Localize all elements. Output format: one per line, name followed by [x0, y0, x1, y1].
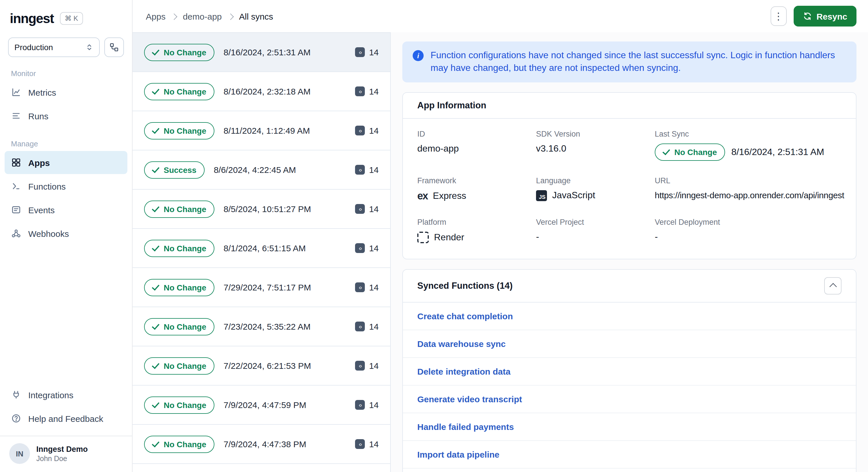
field-value: - [536, 232, 655, 242]
sync-status-badge: No Change [144, 318, 214, 335]
sync-status-label: No Change [164, 400, 206, 409]
function-link[interactable]: Generate video transcript [403, 385, 856, 413]
function-link[interactable]: Delete integration data [403, 358, 856, 385]
sidebar-item-integrations[interactable]: Integrations [5, 383, 127, 406]
sidebar-item-apps[interactable]: Apps [5, 151, 127, 174]
sync-count-value: 14 [369, 47, 379, 57]
sync-count-value: 14 [369, 361, 379, 371]
chevron-right-icon [171, 13, 178, 20]
sync-count-value: 14 [369, 126, 379, 135]
sync-status-label: No Change [164, 322, 206, 331]
sync-row[interactable]: No Change 7/9/2024, 4:09:07 PM ‹›14 [132, 464, 390, 472]
sidebar-item-events[interactable]: Events [5, 198, 127, 221]
events-icon [11, 204, 21, 215]
sync-timestamp: 7/9/2024, 4:47:59 PM [224, 400, 306, 410]
sync-row[interactable]: No Change 7/9/2024, 4:47:59 PM ‹›14 [132, 385, 390, 425]
field-vercel-project: Vercel Project - [536, 218, 655, 243]
sidebar-item-label: Events [28, 205, 55, 215]
sync-function-count: ‹›14 [355, 361, 379, 371]
sync-status-label: No Change [164, 283, 206, 292]
select-chevrons-icon [85, 43, 93, 51]
chevron-up-icon [829, 283, 836, 290]
sync-status-badge: No Change [144, 122, 214, 139]
sidebar-item-label: Help and Feedback [28, 413, 103, 423]
function-link[interactable]: Handle failed payments [403, 413, 856, 441]
sidebar-item-metrics[interactable]: Metrics [5, 81, 127, 104]
sync-row[interactable]: No Change 8/16/2024, 2:51:31 AM ‹›14 [132, 33, 390, 72]
field-id: ID demo-app [417, 130, 536, 161]
synced-functions-card: Synced Functions (14) Create chat comple… [402, 269, 857, 472]
sidebar-item-help-and-feedback[interactable]: Help and Feedback [5, 407, 127, 430]
user-meta: Inngest Demo John Doe [36, 445, 88, 463]
sidebar-item-runs[interactable]: Runs [5, 104, 127, 127]
sync-count-value: 14 [369, 322, 379, 332]
section-label-manage: Manage [0, 139, 132, 148]
app-information-card: App Information ID demo-app SDK Version … [402, 92, 857, 259]
sync-status-badge: No Change [144, 396, 214, 413]
function-count-icon: ‹› [355, 243, 365, 253]
field-last-sync: Last Sync No Change 8/16/2024, 2:51:31 A… [655, 130, 844, 161]
function-link[interactable]: Import data pipeline [403, 441, 856, 469]
sync-row[interactable]: No Change 7/22/2024, 6:21:53 PM ‹›14 [132, 346, 390, 385]
sync-row[interactable]: No Change 8/5/2024, 10:51:27 PM ‹›14 [132, 190, 390, 229]
sync-row[interactable]: No Change 7/29/2024, 7:51:17 PM ‹›14 [132, 268, 390, 307]
sidebar-item-label: Webhooks [28, 228, 69, 238]
sync-status-label: No Change [164, 126, 206, 135]
sync-history-list: No Change 8/16/2024, 2:51:31 AM ‹›14 No … [132, 32, 391, 472]
sync-status-badge: No Change [144, 83, 214, 100]
field-value: Render [417, 232, 536, 243]
field-value: v3.16.0 [536, 144, 655, 154]
function-count-icon: ‹› [355, 47, 365, 57]
breadcrumb-demo-app[interactable]: demo-app [183, 11, 222, 21]
sync-function-count: ‹›14 [355, 400, 379, 410]
field-value: - [655, 232, 844, 242]
sync-row[interactable]: No Change 8/11/2024, 1:12:49 AM ‹›14 [132, 111, 390, 150]
topbar-actions: ⋮ Resync [770, 6, 857, 27]
sync-row[interactable]: No Change 8/1/2024, 6:51:15 AM ‹›14 [132, 229, 390, 268]
sidebar-item-label: Metrics [28, 87, 56, 97]
check-icon [152, 126, 159, 133]
sync-status-badge: No Change [144, 240, 214, 257]
environment-select-value: Production [14, 43, 53, 52]
field-language: Language JS JavaScript [536, 176, 655, 202]
check-icon [152, 87, 159, 94]
sync-timestamp: 8/16/2024, 2:51:31 AM [224, 47, 311, 57]
environment-settings-button[interactable] [104, 37, 124, 57]
platform-value: Render [434, 232, 464, 243]
sidebar-footer: Integrations Help and Feedback IN Innges… [0, 383, 132, 472]
field-platform: Platform Render [417, 218, 536, 243]
field-label: Platform [417, 218, 536, 226]
sync-row[interactable]: Success 8/6/2024, 4:22:45 AM ‹›14 [132, 150, 390, 190]
environment-select[interactable]: Production [8, 37, 100, 57]
function-count-icon: ‹› [355, 400, 365, 410]
sync-row[interactable]: No Change 7/23/2024, 5:35:22 AM ‹›14 [132, 307, 390, 346]
sync-count-value: 14 [369, 282, 379, 292]
sync-status-badge: Success [144, 161, 205, 178]
sidebar-item-functions[interactable]: Functions [5, 175, 127, 198]
breadcrumb-apps[interactable]: Apps [146, 11, 165, 21]
sidebar-item-label: Apps [28, 158, 50, 167]
app-information-title: App Information [417, 100, 486, 111]
resync-button[interactable]: Resync [793, 6, 857, 27]
sync-status-badge: No Change [144, 279, 214, 296]
check-icon [152, 204, 159, 212]
collapse-button[interactable] [824, 277, 841, 294]
user-menu[interactable]: IN Inngest Demo John Doe [0, 436, 132, 472]
function-link[interactable]: Create chat completion [403, 303, 856, 330]
function-link[interactable]: Send billing receipt [403, 469, 856, 472]
sync-status-badge: No Change [144, 200, 214, 218]
sync-function-count: ‹›14 [355, 87, 379, 96]
field-label: SDK Version [536, 130, 655, 138]
function-link[interactable]: Data warehouse sync [403, 330, 856, 358]
more-options-button[interactable]: ⋮ [770, 6, 786, 26]
sidebar-item-webhooks[interactable]: Webhooks [5, 222, 127, 245]
help-icon [11, 413, 21, 423]
function-count-icon: ‹› [355, 361, 365, 371]
sync-row[interactable]: No Change 7/9/2024, 4:47:38 PM ‹›14 [132, 425, 390, 464]
info-icon: i [413, 50, 424, 61]
command-k-shortcut[interactable]: ⌘ K [60, 12, 83, 25]
sync-function-count: ‹›14 [355, 243, 379, 253]
sync-function-count: ‹›14 [355, 126, 379, 135]
sync-row[interactable]: No Change 8/16/2024, 2:32:18 AM ‹›14 [132, 72, 390, 111]
last-sync-status-badge: No Change [655, 144, 725, 161]
